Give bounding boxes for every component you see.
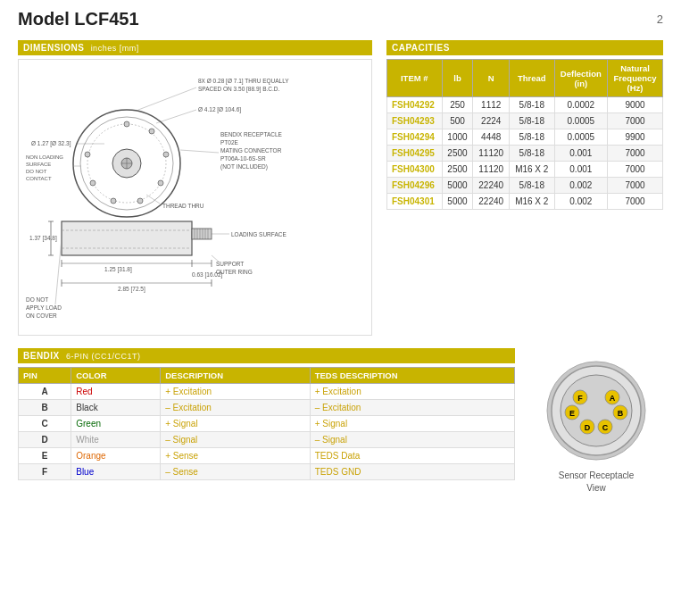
connector-label: Sensor ReceptacleView	[559, 470, 635, 495]
cell-thread: 5/8-18	[510, 113, 555, 129]
capacities-table: ITEM # lb N Thread Deflection(in) Natura…	[386, 59, 663, 210]
cell-teds: TEDS GND	[310, 464, 514, 480]
cell-frequency: 9900	[608, 129, 663, 146]
cell-thread: M16 X 2	[510, 194, 555, 210]
cell-pin: A	[19, 384, 71, 400]
table-row: FSH04295 2500 11120 5/8-18 0.001 7000	[387, 146, 663, 162]
svg-text:SURFACE: SURFACE	[26, 162, 51, 167]
svg-text:1.25 [31.8]: 1.25 [31.8]	[104, 266, 132, 273]
svg-line-64	[212, 255, 219, 262]
capacities-header: CAPACITIES	[386, 40, 663, 55]
cell-frequency: 9000	[608, 97, 663, 113]
svg-text:F: F	[577, 394, 583, 403]
cell-pin: F	[19, 464, 71, 480]
table-row: FSH04294 1000 4448 5/8-18 0.0005 9900	[387, 129, 663, 146]
svg-text:ON COVER: ON COVER	[26, 312, 57, 319]
cell-deflection: 0.001	[554, 162, 608, 178]
cell-description: + Excitation	[161, 384, 311, 400]
cell-color: Red	[71, 384, 161, 400]
svg-line-2	[138, 87, 196, 110]
cell-lb: 5000	[442, 178, 473, 194]
svg-text:Ø 1.27 [Ø 32.3]: Ø 1.27 [Ø 32.3]	[31, 140, 71, 147]
svg-text:APPLY LOAD: APPLY LOAD	[26, 304, 62, 311]
svg-text:CONTACT: CONTACT	[26, 176, 52, 181]
svg-text:OUTER RING: OUTER RING	[216, 269, 253, 275]
cell-color: Blue	[71, 464, 161, 480]
svg-point-15	[149, 129, 154, 134]
svg-text:PT02E: PT02E	[220, 139, 239, 146]
cell-thread: M16 X 2	[510, 162, 555, 178]
cell-item: FSH04295	[387, 146, 443, 162]
dimensions-svg: 8X Ø 0.28 [Ø 7.1] THRU EQUALLY SPACED ON…	[24, 65, 336, 337]
cell-n: 1112	[473, 97, 510, 113]
svg-rect-35	[62, 221, 192, 255]
svg-text:DO NOT: DO NOT	[26, 296, 48, 303]
cell-frequency: 7000	[608, 146, 663, 162]
cell-teds: TEDS Data	[310, 448, 514, 464]
svg-text:C: C	[602, 423, 609, 432]
table-row: FSH04301 5000 22240 M16 X 2 0.002 7000	[387, 194, 663, 210]
svg-line-34	[146, 195, 160, 204]
svg-text:B: B	[618, 409, 624, 418]
col-thread: Thread	[510, 60, 555, 97]
cell-item: FSH04296	[387, 178, 443, 194]
svg-text:DO NOT: DO NOT	[26, 169, 47, 174]
svg-line-4	[156, 110, 196, 123]
cell-thread: 5/8-18	[510, 97, 555, 113]
cell-n: 22240	[473, 178, 510, 194]
cell-n: 11120	[473, 162, 510, 178]
svg-rect-38	[192, 229, 212, 239]
cell-deflection: 0.0005	[554, 129, 608, 146]
pin-table: PIN COLOR DESCRIPTION TEDS DESCRIPTION A…	[18, 367, 515, 480]
col-item: ITEM #	[387, 60, 443, 97]
list-item: F Blue – Sense TEDS GND	[19, 464, 515, 480]
cell-teds: – Signal	[310, 432, 514, 448]
cell-deflection: 0.002	[554, 194, 608, 210]
cell-thread: 5/8-18	[510, 178, 555, 194]
svg-text:MATING CONNECTOR: MATING CONNECTOR	[220, 147, 282, 154]
cell-pin: B	[19, 400, 71, 416]
svg-text:8X Ø 0.28 [Ø 7.1] THRU EQUALLY: 8X Ø 0.28 [Ø 7.1] THRU EQUALLY	[198, 78, 289, 85]
cell-frequency: 7000	[608, 194, 663, 210]
cell-teds: – Excitation	[310, 400, 514, 416]
cell-lb: 5000	[442, 194, 473, 210]
svg-text:(NOT INCLUDED): (NOT INCLUDED)	[220, 163, 268, 171]
svg-point-18	[137, 198, 143, 204]
cell-item: FSH04293	[387, 113, 443, 129]
cell-frequency: 7000	[608, 113, 663, 129]
cell-lb: 500	[442, 113, 473, 129]
cell-frequency: 7000	[608, 178, 663, 194]
cell-color: White	[71, 432, 161, 448]
svg-point-20	[90, 180, 96, 186]
col-description: DESCRIPTION	[161, 368, 311, 384]
cell-lb: 1000	[442, 129, 473, 146]
cell-color: Black	[71, 400, 161, 416]
svg-text:Ø 4.12 [Ø 104.6]: Ø 4.12 [Ø 104.6]	[198, 106, 241, 113]
svg-text:SUPPORT: SUPPORT	[216, 261, 244, 267]
cell-deflection: 0.002	[554, 178, 608, 194]
svg-text:2.85 [72.5]: 2.85 [72.5]	[118, 286, 145, 293]
cell-description: + Signal	[161, 416, 311, 432]
table-row: FSH04292 250 1112 5/8-18 0.0002 9000	[387, 97, 663, 113]
svg-point-17	[158, 180, 163, 186]
cell-lb: 250	[442, 97, 473, 113]
cell-item: FSH04301	[387, 194, 443, 210]
svg-text:LOADING SURFACE: LOADING SURFACE	[231, 231, 287, 237]
cell-color: Green	[71, 416, 161, 432]
cell-deflection: 0.0005	[554, 113, 608, 129]
svg-text:E: E	[569, 409, 575, 418]
connector-area: F A E B D C Sensor ReceptacleView	[529, 348, 663, 495]
cell-thread: 5/8-18	[510, 129, 555, 146]
svg-text:NON LOADING: NON LOADING	[26, 154, 63, 160]
table-row: FSH04293 500 2224 5/8-18 0.0005 7000	[387, 113, 663, 129]
list-item: D White – Signal – Signal	[19, 432, 515, 448]
cell-teds: + Signal	[310, 416, 514, 432]
cell-description: – Excitation	[161, 400, 311, 416]
cell-pin: D	[19, 432, 71, 448]
cell-pin: C	[19, 416, 71, 432]
svg-text:THREAD THRU: THREAD THRU	[162, 203, 204, 209]
cell-n: 4448	[473, 129, 510, 146]
table-row: FSH04296 5000 22240 5/8-18 0.002 7000	[387, 178, 663, 194]
cell-n: 22240	[473, 194, 510, 210]
bendix-header: BENDIX 6-PIN (CC1/CC1T)	[18, 348, 515, 363]
